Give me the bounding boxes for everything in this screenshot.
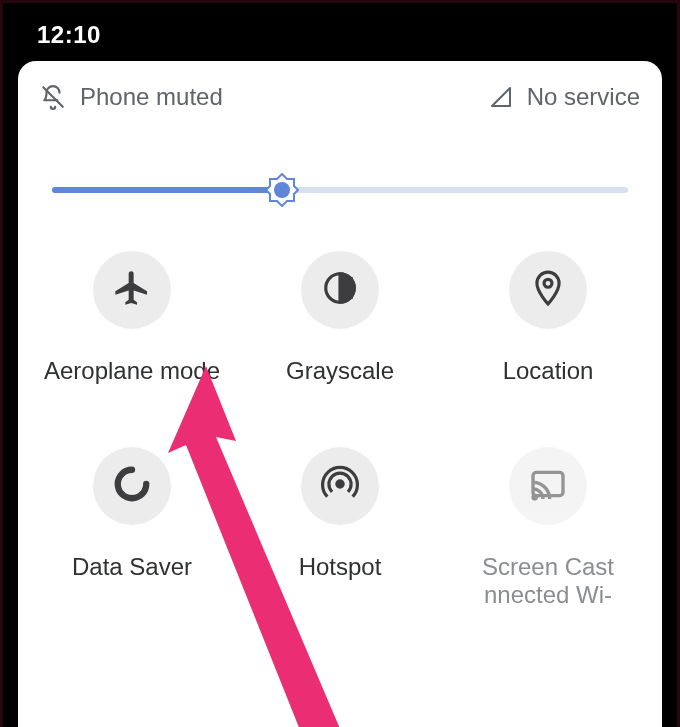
no-service-status[interactable]: No service <box>489 83 640 111</box>
aeroplane-mode-toggle[interactable] <box>93 251 171 329</box>
svg-point-8 <box>544 279 552 287</box>
slider-fill <box>52 187 282 193</box>
tile-hotspot: Hotspot <box>240 447 440 609</box>
data-saver-label: Data Saver <box>72 553 192 583</box>
tile-screen-cast: Screen Cast nnected Wi- <box>448 447 648 609</box>
signal-empty-icon <box>489 85 513 109</box>
quick-settings-tiles: Aeroplane modeGrayscaleLocationData Save… <box>18 251 662 609</box>
data-saver-toggle[interactable] <box>93 447 171 525</box>
aeroplane-mode-label: Aeroplane mode <box>44 357 220 387</box>
screen-cast-toggle[interactable] <box>509 447 587 525</box>
status-bar-time: 12:10 <box>37 21 101 49</box>
phone-muted-label: Phone muted <box>80 83 223 111</box>
svg-point-2 <box>274 182 290 198</box>
grayscale-label: Grayscale <box>286 357 394 387</box>
bell-off-icon <box>40 84 66 110</box>
status-row: Phone muted No service <box>18 83 662 111</box>
hotspot-toggle[interactable] <box>301 447 379 525</box>
screen-cast-label: Screen Cast nnected Wi- <box>482 553 614 609</box>
screen-cast-icon <box>528 464 568 508</box>
hotspot-label: Hotspot <box>299 553 382 583</box>
grayscale-icon <box>321 269 359 311</box>
tile-aeroplane-mode: Aeroplane mode <box>32 251 232 387</box>
no-service-label: No service <box>527 83 640 111</box>
hotspot-icon <box>321 465 359 507</box>
svg-point-9 <box>337 481 343 487</box>
aeroplane-mode-icon <box>112 268 152 312</box>
tile-location: Location <box>448 251 648 387</box>
slider-thumb[interactable] <box>265 173 299 207</box>
grayscale-toggle[interactable] <box>301 251 379 329</box>
tile-data-saver: Data Saver <box>32 447 232 609</box>
quick-settings-panel: Phone muted No service Aeroplane modeGra… <box>18 61 662 727</box>
brightness-slider[interactable] <box>52 175 628 205</box>
location-label: Location <box>503 357 594 387</box>
location-toggle[interactable] <box>509 251 587 329</box>
svg-point-11 <box>533 496 536 499</box>
data-saver-icon <box>113 465 151 507</box>
location-icon <box>529 269 567 311</box>
phone-muted-status[interactable]: Phone muted <box>40 83 223 111</box>
tile-grayscale: Grayscale <box>240 251 440 387</box>
